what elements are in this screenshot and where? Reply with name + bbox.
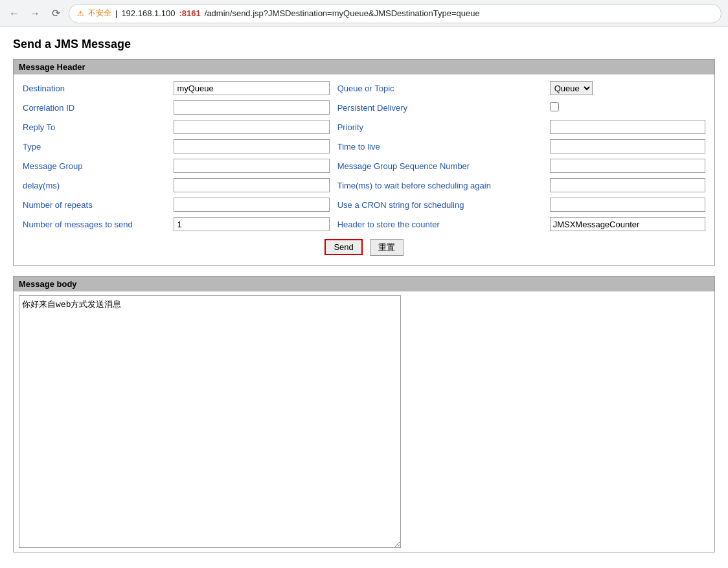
url-port: :8161	[179, 8, 201, 18]
header-counter-label: Header to store the counter	[334, 214, 546, 234]
message-body-textarea[interactable]: 你好来自web方式发送消息	[19, 295, 401, 548]
back-button[interactable]: ←	[6, 6, 22, 21]
num-repeats-input-cell	[170, 195, 333, 214]
separator: |	[115, 8, 117, 18]
num-repeats-input[interactable]	[174, 198, 329, 212]
table-row: Reply To Priority	[19, 117, 709, 137]
address-bar[interactable]: ⚠ 不安全 | 192.168.1.100 :8161 /admin/send.…	[69, 4, 722, 23]
table-row: Correlation ID Persistent Delivery	[19, 98, 709, 117]
queue-or-topic-cell: Queue Topic	[546, 78, 709, 98]
message-header-section: Message Header Destination Queue or Topi…	[13, 59, 715, 266]
priority-label: Priority	[334, 117, 546, 137]
cron-input-cell	[546, 195, 709, 214]
message-body-label: Message body	[14, 277, 714, 291]
header-form-table: Destination Queue or Topic Queue Topic	[19, 78, 709, 234]
message-body-content: 你好来自web方式发送消息	[14, 295, 714, 548]
priority-input-cell	[546, 117, 709, 137]
type-input[interactable]	[174, 139, 329, 153]
forward-button[interactable]: →	[27, 6, 43, 21]
message-header-label: Message Header	[14, 60, 714, 74]
correlation-id-input-cell	[170, 98, 333, 117]
time-to-live-input[interactable]	[550, 139, 705, 153]
priority-input[interactable]	[550, 120, 705, 134]
button-row: Send 重置	[19, 234, 709, 261]
table-row: Type Time to live	[19, 137, 709, 156]
url-prefix: 192.168.1.100	[121, 8, 175, 18]
message-group-seq-input-cell	[546, 156, 709, 176]
table-row: Number of repeats Use a CRON string for …	[19, 195, 709, 214]
queue-or-topic-select[interactable]: Queue Topic	[550, 81, 593, 95]
reply-to-input-cell	[170, 117, 333, 137]
reply-to-input[interactable]	[174, 120, 329, 134]
send-button[interactable]: Send	[324, 239, 362, 255]
num-messages-input[interactable]	[174, 217, 329, 231]
message-body-section: Message body 你好来自web方式发送消息	[13, 276, 715, 552]
table-row: Number of messages to send Header to sto…	[19, 214, 709, 234]
reply-to-label: Reply To	[19, 117, 170, 137]
delay-input-cell	[170, 176, 333, 195]
header-counter-input-cell	[546, 214, 709, 234]
type-label: Type	[19, 137, 170, 156]
message-group-input[interactable]	[174, 159, 329, 173]
message-group-input-cell	[170, 156, 333, 176]
security-warning-label: 不安全	[88, 8, 111, 19]
header-counter-input[interactable]	[550, 217, 705, 231]
reload-button[interactable]: ⟳	[48, 6, 63, 21]
message-group-label: Message Group	[19, 156, 170, 176]
page-title: Send a JMS Message	[13, 38, 715, 51]
persistent-delivery-label: Persistent Delivery	[334, 98, 546, 117]
cron-label: Use a CRON string for scheduling	[334, 195, 546, 214]
delay-input[interactable]	[174, 178, 329, 192]
reset-button[interactable]: 重置	[370, 239, 404, 256]
time-wait-input-cell	[546, 176, 709, 195]
time-wait-input[interactable]	[550, 178, 705, 192]
num-repeats-label: Number of repeats	[19, 195, 170, 214]
destination-input[interactable]	[174, 81, 329, 95]
cron-input[interactable]	[550, 198, 705, 212]
security-warning-icon: ⚠	[77, 9, 84, 18]
page-content: Send a JMS Message Message Header Destin…	[0, 27, 728, 568]
url-path: /admin/send.jsp?JMSDestination=myQueue&J…	[205, 8, 480, 18]
table-row: Destination Queue or Topic Queue Topic	[19, 78, 709, 98]
type-input-cell	[170, 137, 333, 156]
time-wait-label: Time(ms) to wait before scheduling again	[334, 176, 546, 195]
table-row: Message Group Message Group Sequence Num…	[19, 156, 709, 176]
num-messages-input-cell	[170, 214, 333, 234]
destination-input-cell	[170, 78, 333, 98]
correlation-id-input[interactable]	[174, 100, 329, 115]
message-group-seq-input[interactable]	[550, 159, 705, 173]
browser-chrome: ← → ⟳ ⚠ 不安全 | 192.168.1.100 :8161 /admin…	[0, 0, 728, 27]
persistent-delivery-cell	[546, 98, 709, 117]
time-to-live-label: Time to live	[334, 137, 546, 156]
destination-label: Destination	[19, 78, 170, 98]
message-group-seq-label: Message Group Sequence Number	[334, 156, 546, 176]
time-to-live-input-cell	[546, 137, 709, 156]
queue-or-topic-label: Queue or Topic	[334, 78, 546, 98]
delay-label: delay(ms)	[19, 176, 170, 195]
correlation-id-label: Correlation ID	[19, 98, 170, 117]
num-messages-label: Number of messages to send	[19, 214, 170, 234]
persistent-delivery-checkbox[interactable]	[550, 102, 559, 111]
table-row: delay(ms) Time(ms) to wait before schedu…	[19, 176, 709, 195]
message-header-body: Destination Queue or Topic Queue Topic	[14, 74, 714, 265]
